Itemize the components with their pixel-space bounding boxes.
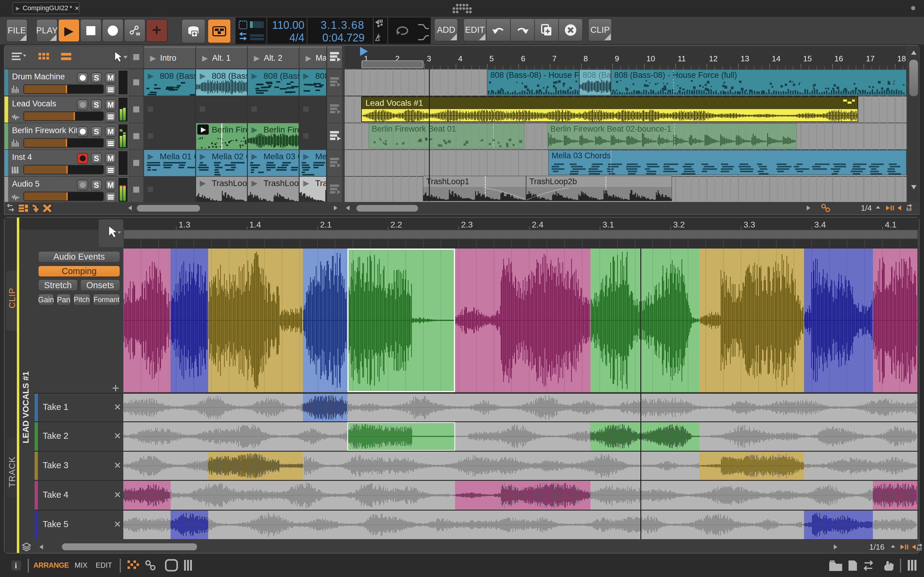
svg-text:MIX: MIX — [74, 561, 87, 569]
svg-text:3.4: 3.4 — [814, 220, 826, 229]
svg-text:7: 7 — [552, 54, 556, 63]
svg-text:1/4: 1/4 — [861, 203, 872, 213]
svg-text:9: 9 — [615, 54, 619, 63]
svg-text:6: 6 — [521, 54, 525, 63]
svg-text:4: 4 — [458, 54, 462, 63]
svg-text:3.3: 3.3 — [743, 220, 755, 229]
svg-text:15: 15 — [803, 54, 812, 63]
svg-text:4.1: 4.1 — [885, 220, 897, 229]
svg-text:13: 13 — [740, 54, 749, 63]
svg-text:1.3: 1.3 — [179, 220, 191, 229]
svg-text:10: 10 — [646, 54, 655, 63]
svg-text:3.2: 3.2 — [673, 220, 685, 229]
svg-text:12: 12 — [709, 54, 718, 63]
svg-text:1/16: 1/16 — [869, 542, 885, 551]
svg-text:8: 8 — [583, 54, 588, 63]
svg-text:5: 5 — [489, 54, 494, 63]
svg-text:i: i — [15, 561, 17, 570]
svg-text:2.2: 2.2 — [391, 220, 402, 229]
svg-text:14: 14 — [772, 54, 780, 63]
svg-text:17: 17 — [866, 54, 875, 63]
svg-text:2.4: 2.4 — [532, 220, 543, 229]
svg-text:2.1: 2.1 — [320, 220, 332, 229]
svg-text:w: w — [136, 31, 141, 37]
svg-text:1.4: 1.4 — [249, 220, 261, 229]
svg-text:18: 18 — [897, 54, 906, 63]
svg-text:ARRANGE: ARRANGE — [33, 561, 69, 569]
svg-text:16: 16 — [834, 54, 843, 63]
svg-text:3.1: 3.1 — [603, 220, 614, 229]
svg-text:EDIT: EDIT — [96, 561, 112, 569]
svg-text:3: 3 — [427, 54, 431, 63]
svg-text:11: 11 — [678, 54, 686, 63]
svg-text:2.3: 2.3 — [461, 220, 473, 229]
